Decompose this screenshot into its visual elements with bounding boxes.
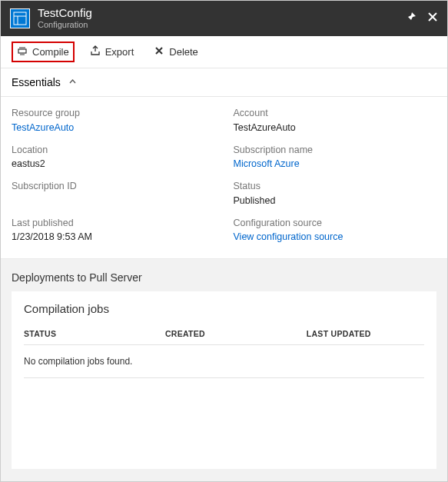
export-icon [90, 45, 101, 58]
col-last-updated: LAST UPDATED [307, 329, 424, 338]
value-last-published: 1/23/2018 9:53 AM [12, 230, 215, 244]
svg-rect-3 [18, 49, 26, 53]
close-icon[interactable] [427, 12, 438, 25]
field-subscription-id: Subscription ID [12, 179, 215, 208]
export-label: Export [105, 46, 134, 58]
page-title: TestConfig [38, 6, 406, 20]
field-subscription-name: Subscription name Microsoft Azure [234, 143, 437, 172]
export-button[interactable]: Export [85, 42, 139, 61]
label-location: Location [12, 143, 215, 158]
header-actions [406, 12, 438, 25]
label-account: Account [234, 106, 437, 121]
col-created: CREATED [165, 329, 307, 338]
field-resource-group: Resource group TestAzureAuto [12, 106, 215, 135]
value-location: eastus2 [12, 157, 215, 171]
value-resource-group[interactable]: TestAzureAuto [12, 121, 215, 135]
empty-message: No compilation jobs found. [24, 345, 424, 378]
field-config-source: Configuration source View configuration … [234, 216, 437, 245]
compilation-jobs-panel: Compilation jobs STATUS CREATED LAST UPD… [12, 291, 436, 469]
pin-icon[interactable] [406, 12, 416, 25]
essentials-label: Essentials [12, 76, 61, 88]
essentials-grid: Resource group TestAzureAuto Account Tes… [1, 97, 447, 259]
field-account: Account TestAzureAuto [234, 106, 437, 135]
value-config-source[interactable]: View configuration source [234, 230, 437, 244]
label-subscription-name: Subscription name [234, 143, 437, 158]
chevron-up-icon [68, 76, 77, 88]
svg-rect-0 [14, 12, 26, 25]
page-subtitle: Configuration [38, 20, 406, 30]
label-last-published: Last published [12, 216, 215, 231]
field-location: Location eastus2 [12, 143, 215, 172]
value-subscription-name[interactable]: Microsoft Azure [234, 157, 437, 171]
panel-title: Compilation jobs [24, 302, 424, 315]
delete-button[interactable]: Delete [149, 42, 203, 61]
compile-icon [17, 45, 28, 58]
delete-label: Delete [169, 46, 198, 58]
delete-icon [154, 45, 164, 58]
label-status: Status [234, 179, 437, 194]
configuration-icon [10, 8, 30, 28]
deployments-title: Deployments to Pull Server [12, 271, 436, 284]
table-header-row: STATUS CREATED LAST UPDATED [24, 329, 424, 345]
field-status: Status Published [234, 179, 437, 208]
label-subscription-id: Subscription ID [12, 179, 215, 194]
label-resource-group: Resource group [12, 106, 215, 121]
col-status: STATUS [24, 329, 165, 338]
toolbar: Compile Export Delete [1, 36, 447, 68]
compile-button[interactable]: Compile [12, 42, 75, 62]
compile-label: Compile [32, 46, 69, 58]
blade-header: TestConfig Configuration [1, 1, 447, 36]
field-last-published: Last published 1/23/2018 9:53 AM [12, 216, 215, 245]
value-status: Published [234, 194, 437, 208]
label-config-source: Configuration source [234, 216, 437, 231]
header-titles: TestConfig Configuration [38, 6, 406, 30]
value-account: TestAzureAuto [234, 121, 437, 135]
deployments-section: Deployments to Pull Server Compilation j… [1, 259, 447, 481]
essentials-toggle[interactable]: Essentials [1, 68, 447, 97]
